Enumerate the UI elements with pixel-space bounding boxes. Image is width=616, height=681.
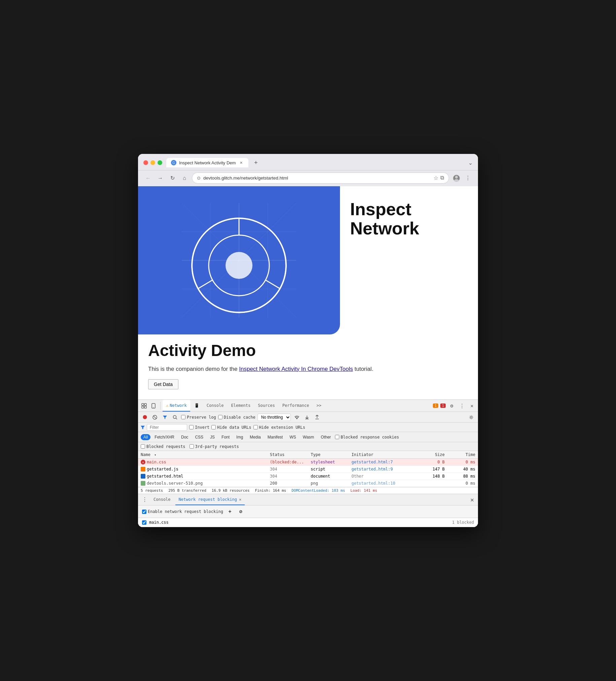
back-button[interactable]: ← (143, 173, 153, 183)
filter-toggle-button[interactable] (161, 413, 169, 421)
disable-cache-checkbox[interactable]: Disable cache (218, 415, 256, 420)
throttle-select[interactable]: No throttling (258, 413, 291, 421)
record-stop-button[interactable] (141, 413, 149, 421)
type-filter-img[interactable]: Img (234, 434, 246, 440)
bottom-tab-network-request-blocking[interactable]: Network request blocking ✕ (176, 494, 245, 505)
row-name-main-css[interactable]: ✕ main.css (138, 459, 267, 466)
url-actions: ☆ ⧉ (433, 175, 444, 181)
hero-title-line2: Activity Demo (148, 341, 468, 360)
maximize-button[interactable] (158, 160, 162, 165)
row-initiator-devtools-server[interactable]: getstarted.html:10 (349, 480, 417, 487)
home-button[interactable]: ⌂ (180, 173, 189, 183)
tab-more[interactable]: >> (313, 400, 324, 411)
type-filter-font[interactable]: Font (219, 434, 232, 440)
hero-title-line1: Inspect Network (350, 200, 468, 238)
table-row[interactable]: getstarted.html 304 document Other 148 B… (138, 473, 478, 480)
svg-rect-19 (142, 403, 144, 405)
row-initiator-getstarted-js[interactable]: getstarted.html:9 (349, 466, 417, 473)
type-filter-js[interactable]: JS (207, 434, 217, 440)
bookmark-icon[interactable]: ☆ (433, 175, 438, 181)
add-pattern-button[interactable]: + (226, 508, 234, 515)
description-link[interactable]: Inspect Network Activity In Chrome DevTo… (239, 366, 353, 372)
blocking-item-checkbox[interactable] (142, 520, 146, 525)
svg-point-25 (143, 415, 147, 419)
tab-sources[interactable]: Elements (227, 400, 254, 411)
tab-elements[interactable]: Console (203, 400, 227, 411)
invert-checkbox[interactable]: Invert (189, 425, 209, 430)
get-data-button[interactable]: Get Data (148, 379, 179, 389)
refresh-button[interactable]: ↻ (168, 173, 177, 183)
url-bar[interactable]: ⊙ devtools.glitch.me/network/getstarted.… (192, 172, 449, 183)
enable-blocking-checkbox[interactable]: Enable network request blocking (142, 509, 223, 514)
type-filter-css[interactable]: CSS (192, 434, 206, 440)
devtools-more-button[interactable]: ⋮ (458, 402, 466, 410)
row-name-getstarted-js[interactable]: getstarted.js (138, 466, 267, 473)
network-table-container: Name ▾ Status Type Initiator Size Time (138, 451, 478, 487)
error-icon: ✕ (141, 460, 145, 464)
close-button[interactable] (143, 160, 148, 165)
tab-lighthouse[interactable]: Performance (279, 400, 312, 411)
row-name-getstarted-html[interactable]: getstarted.html (138, 473, 267, 480)
row-status-getstarted-html: 304 (267, 473, 308, 480)
row-time-getstarted-js: 40 ms (447, 466, 478, 473)
devtools-settings-button[interactable]: ⚙ (448, 402, 456, 410)
tab-console[interactable]: 📱 (191, 400, 203, 411)
devtools-device-icon[interactable] (150, 402, 158, 410)
hide-extension-urls-checkbox[interactable]: Hide extension URLs (253, 425, 305, 430)
more-menu-button[interactable]: ⋮ (463, 173, 473, 183)
row-name-devtools-server[interactable]: devtools.server-510.png (138, 480, 267, 487)
col-header-name[interactable]: Name ▾ (138, 451, 267, 459)
clear-button[interactable] (151, 413, 159, 421)
bottom-panel-menu-icon[interactable]: ⋮ (141, 495, 149, 504)
row-initiator-main-css[interactable]: getstarted.html:7 (349, 459, 417, 466)
tab-performance[interactable]: Sources (255, 400, 278, 411)
type-filter-doc[interactable]: Doc (179, 434, 191, 440)
third-party-checkbox[interactable]: 3rd-party requests (189, 444, 239, 449)
tab-network[interactable]: ⚠ Network (163, 400, 190, 411)
type-filter-manifest[interactable]: Manifest (265, 434, 286, 440)
type-filter-other[interactable]: Other (318, 434, 333, 440)
search-button[interactable] (171, 413, 179, 421)
bottom-tab-console[interactable]: Console (150, 494, 174, 505)
online-icon[interactable] (293, 413, 301, 421)
type-filter-wasm[interactable]: Wasm (300, 434, 317, 440)
devtools-close-button[interactable]: ✕ (468, 402, 476, 410)
bottom-panel-close-button[interactable]: ✕ (469, 495, 475, 505)
type-filter-media[interactable]: Media (247, 434, 264, 440)
preserve-log-checkbox[interactable]: Preserve log (181, 415, 216, 420)
forward-button[interactable]: → (156, 173, 165, 183)
network-settings-button[interactable] (467, 413, 475, 421)
table-row[interactable]: devtools.server-510.png 200 png getstart… (138, 480, 478, 487)
bottom-tab-close-icon[interactable]: ✕ (239, 497, 241, 502)
type-filter-all[interactable]: All (141, 434, 151, 440)
row-type-getstarted-html: document (308, 473, 349, 480)
filter-input[interactable] (147, 424, 187, 431)
blocked-cookies-checkbox[interactable]: Blocked response cookies (335, 435, 399, 439)
active-tab[interactable]: G Inspect Network Activity Dem ✕ (166, 158, 248, 168)
svg-rect-20 (144, 403, 146, 405)
svg-line-17 (198, 280, 213, 288)
minimize-button[interactable] (151, 160, 155, 165)
col-header-status[interactable]: Status (267, 451, 308, 459)
export-button[interactable] (313, 413, 321, 421)
extensions-icon[interactable]: ⧉ (440, 175, 444, 181)
tab-bar: G Inspect Network Activity Dem ✕ + (166, 158, 464, 168)
row-status-getstarted-js: 304 (267, 466, 308, 473)
table-row[interactable]: ✕ main.css (blocked:de... stylesheet get… (138, 459, 478, 466)
type-filter-fetch-xhr[interactable]: Fetch/XHR (152, 434, 177, 440)
import-button[interactable] (303, 413, 311, 421)
tab-close-button[interactable]: ✕ (238, 160, 244, 166)
row-time-getstarted-html: 88 ms (447, 473, 478, 480)
list-item[interactable]: main.css 1 blocked (138, 518, 478, 527)
blocked-requests-checkbox[interactable]: Blocked requests (141, 444, 185, 449)
devtools-inspect-icon[interactable] (140, 402, 148, 410)
table-row[interactable]: getstarted.js 304 script getstarted.html… (138, 466, 478, 473)
filter-bar: Invert Hide data URLs Hide extension URL… (138, 423, 478, 432)
clear-patterns-button[interactable]: ⊘ (237, 508, 245, 515)
hide-data-urls-checkbox[interactable]: Hide data URLs (211, 425, 251, 430)
new-tab-button[interactable]: + (251, 158, 261, 168)
window-expand-button[interactable]: ⌄ (468, 160, 473, 166)
devtools-warn-badge: 1 (433, 403, 438, 408)
type-filter-ws[interactable]: WS (287, 434, 299, 440)
profile-button[interactable] (452, 173, 461, 183)
